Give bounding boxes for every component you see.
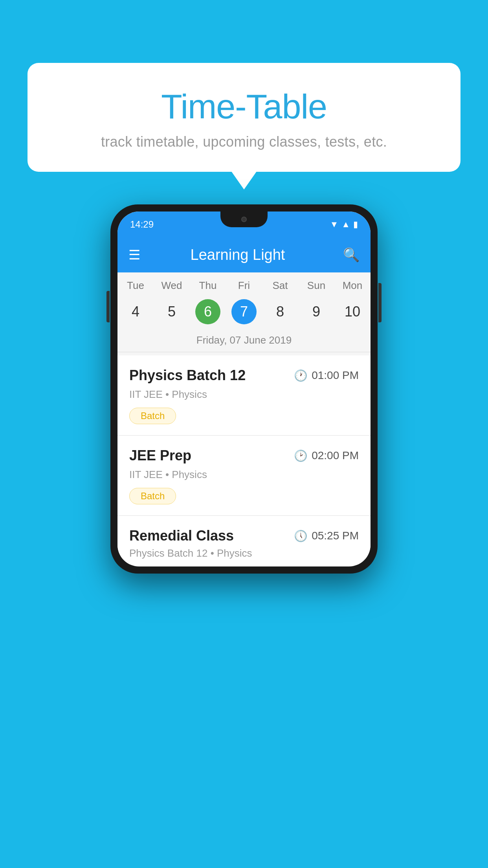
- class-list: Physics Batch 12 🕐 01:00 PM IIT JEE • Ph…: [117, 355, 371, 566]
- signal-icon: ▲: [341, 219, 350, 230]
- class-info-1: IIT JEE • Physics: [129, 388, 359, 401]
- day-10[interactable]: 10: [334, 298, 371, 326]
- class-time-1: 🕐 01:00 PM: [294, 369, 359, 382]
- day-6[interactable]: 6: [190, 298, 226, 326]
- card-header-1: Physics Batch 12 🕐 01:00 PM: [129, 367, 359, 384]
- bubble-subtitle: track timetable, upcoming classes, tests…: [51, 134, 437, 150]
- day-4[interactable]: 4: [117, 298, 154, 326]
- bubble-title: Time-Table: [51, 86, 437, 127]
- class-card-1[interactable]: Physics Batch 12 🕐 01:00 PM IIT JEE • Ph…: [117, 355, 371, 436]
- day-8[interactable]: 8: [262, 298, 298, 326]
- phone-screen: 14:29 ▼ ▲ ▮ ☰ Learning Light 🔍 Tue: [117, 211, 371, 566]
- status-icons: ▼ ▲ ▮: [330, 219, 358, 230]
- search-icon[interactable]: 🔍: [343, 247, 360, 263]
- phone-container: 14:29 ▼ ▲ ▮ ☰ Learning Light 🔍 Tue: [110, 204, 378, 574]
- batch-badge-1: Batch: [129, 408, 176, 424]
- day-numbers: 4 5 6 7 8 9 10: [117, 295, 371, 333]
- app-title: Learning Light: [150, 246, 326, 263]
- clock-icon-3: 🕔: [294, 530, 308, 542]
- notch: [220, 211, 268, 227]
- today-circle[interactable]: 6: [195, 299, 220, 324]
- class-title-1: Physics Batch 12: [129, 367, 246, 384]
- class-time-3: 🕔 05:25 PM: [294, 530, 359, 542]
- status-time: 14:29: [130, 219, 154, 230]
- clock-icon-2: 🕑: [294, 449, 308, 462]
- day-label-sat: Sat: [262, 280, 298, 292]
- day-label-wed: Wed: [154, 280, 190, 292]
- battery-icon: ▮: [353, 219, 358, 230]
- speech-bubble-container: Time-Table track timetable, upcoming cla…: [28, 63, 460, 172]
- class-title-2: JEE Prep: [129, 447, 191, 464]
- selected-date-label: Friday, 07 June 2019: [117, 333, 371, 352]
- class-card-2[interactable]: JEE Prep 🕑 02:00 PM IIT JEE • Physics Ba…: [117, 436, 371, 516]
- speech-bubble: Time-Table track timetable, upcoming cla…: [28, 63, 460, 172]
- day-label-thu: Thu: [190, 280, 226, 292]
- class-time-2: 🕑 02:00 PM: [294, 449, 359, 462]
- phone-outer: 14:29 ▼ ▲ ▮ ☰ Learning Light 🔍 Tue: [110, 204, 378, 574]
- card-header-2: JEE Prep 🕑 02:00 PM: [129, 447, 359, 464]
- day-labels: Tue Wed Thu Fri Sat Sun Mon: [117, 272, 371, 295]
- card-header-3: Remedial Class 🕔 05:25 PM: [129, 528, 359, 544]
- clock-icon-1: 🕐: [294, 369, 308, 382]
- day-5[interactable]: 5: [154, 298, 190, 326]
- class-info-2: IIT JEE • Physics: [129, 469, 359, 481]
- day-label-tue: Tue: [117, 280, 154, 292]
- camera: [241, 217, 247, 222]
- selected-circle[interactable]: 7: [231, 299, 257, 324]
- class-title-3: Remedial Class: [129, 528, 234, 544]
- day-label-sun: Sun: [298, 280, 334, 292]
- batch-badge-2: Batch: [129, 488, 176, 504]
- wifi-icon: ▼: [330, 219, 338, 230]
- class-card-3[interactable]: Remedial Class 🕔 05:25 PM Physics Batch …: [117, 516, 371, 559]
- day-9[interactable]: 9: [298, 298, 334, 326]
- calendar-divider: [117, 352, 371, 352]
- day-label-fri: Fri: [226, 280, 262, 292]
- day-label-mon: Mon: [334, 280, 371, 292]
- calendar-section: Tue Wed Thu Fri Sat Sun Mon 4 5 6 7: [117, 272, 371, 355]
- app-bar: ☰ Learning Light 🔍: [117, 237, 371, 272]
- day-7[interactable]: 7: [226, 298, 262, 326]
- status-bar: 14:29 ▼ ▲ ▮: [117, 211, 371, 237]
- hamburger-icon[interactable]: ☰: [128, 248, 140, 261]
- class-info-3: Physics Batch 12 • Physics: [129, 547, 359, 559]
